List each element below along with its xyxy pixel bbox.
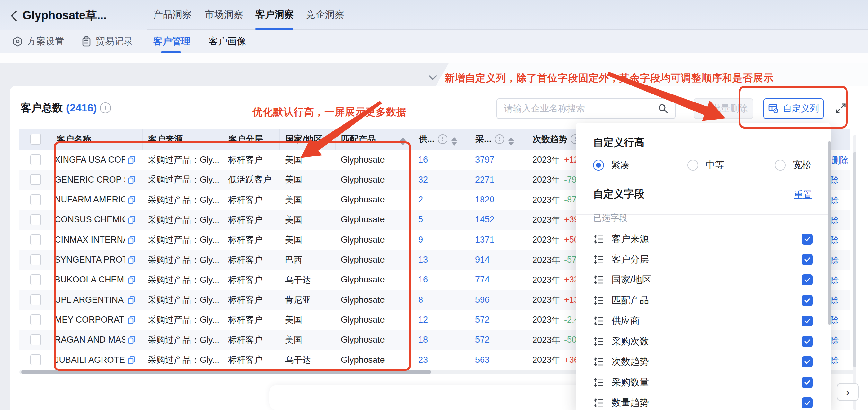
field-item-3[interactable]: 国家/地区: [593, 272, 815, 287]
purchase-count-link[interactable]: 1371: [470, 230, 527, 250]
field-item-5[interactable]: 供应商: [593, 314, 815, 328]
purchase-count-link[interactable]: 914: [470, 250, 527, 270]
horizontal-scrollbar-thumb[interactable]: [21, 370, 431, 374]
radio-icon[interactable]: [687, 160, 699, 171]
field-item-1[interactable]: 客户来源: [593, 232, 815, 246]
purchase-count-link[interactable]: 1452: [470, 210, 527, 230]
suppliers-count-link[interactable]: 16: [413, 270, 470, 290]
field-checkbox[interactable]: [802, 254, 813, 265]
column-header-purchases[interactable]: 采...!: [470, 128, 527, 150]
purchase-count-link[interactable]: 572: [470, 310, 527, 330]
row-checkbox[interactable]: [30, 274, 41, 285]
drag-handle-icon[interactable]: [593, 274, 604, 285]
customer-name[interactable]: BUKOOLA CHEMICA: [55, 275, 125, 285]
drag-handle-icon[interactable]: [593, 316, 604, 326]
field-item-8[interactable]: 采购数量: [593, 375, 815, 390]
batch-delete-button[interactable]: 批量删除: [693, 98, 753, 119]
info-icon[interactable]: !: [495, 134, 504, 144]
suppliers-count-link[interactable]: 16: [413, 150, 470, 170]
radio-icon[interactable]: [593, 160, 604, 171]
field-checkbox[interactable]: [802, 295, 813, 306]
sort-carets-icon[interactable]: [400, 137, 406, 146]
suppliers-count-link[interactable]: 13: [413, 250, 470, 270]
purchase-count-link[interactable]: 572: [470, 330, 527, 350]
field-item-9[interactable]: 数量趋势: [593, 396, 815, 410]
next-page-button[interactable]: ›: [837, 383, 859, 401]
row-checkbox[interactable]: [30, 255, 41, 265]
purchase-count-link[interactable]: 774: [470, 270, 527, 290]
sort-carets-icon[interactable]: [508, 137, 514, 146]
purchase-count-link[interactable]: 3797: [470, 150, 527, 170]
field-checkbox[interactable]: [802, 398, 813, 408]
drag-handle-icon[interactable]: [593, 295, 604, 306]
field-item-7[interactable]: 次数趋势: [593, 354, 815, 369]
column-header-tier[interactable]: 客户分层: [223, 128, 279, 150]
customer-name[interactable]: MEY CORPORATION: [55, 315, 125, 325]
sort-carets-icon[interactable]: [451, 137, 457, 146]
row-checkbox[interactable]: [30, 294, 41, 305]
field-item-2[interactable]: 客户分层: [593, 252, 815, 267]
radio-icon[interactable]: [775, 160, 786, 171]
nav-tab-3[interactable]: 客户洞察: [255, 0, 295, 29]
copy-icon[interactable]: [127, 175, 136, 184]
copy-icon[interactable]: [127, 275, 136, 284]
copy-icon[interactable]: [127, 236, 136, 244]
field-checkbox[interactable]: [802, 336, 813, 347]
purchase-count-link[interactable]: 596: [470, 290, 527, 310]
customer-name[interactable]: UPL ARGENTINA S.: [55, 295, 125, 305]
field-checkbox[interactable]: [802, 356, 813, 367]
suppliers-count-link[interactable]: 5: [413, 210, 470, 230]
row-checkbox[interactable]: [30, 354, 41, 365]
copy-icon[interactable]: [127, 316, 136, 324]
delete-row-link[interactable]: 删除: [831, 154, 849, 166]
drag-handle-icon[interactable]: [593, 336, 604, 347]
search-icon[interactable]: [658, 103, 669, 114]
copy-icon[interactable]: [127, 256, 136, 264]
row-checkbox[interactable]: [30, 214, 41, 225]
sub-tab-2[interactable]: 客户画像: [209, 31, 246, 52]
copy-icon[interactable]: [127, 356, 136, 364]
info-icon[interactable]: !: [100, 102, 111, 113]
info-icon[interactable]: !: [438, 134, 447, 144]
column-header-suppliers[interactable]: 供...!: [413, 128, 470, 150]
page-scrollbar-thumb[interactable]: [853, 152, 856, 367]
nav-tab-2[interactable]: 市场洞察: [205, 0, 245, 29]
copy-icon[interactable]: [127, 296, 136, 304]
column-header-product[interactable]: 匹配产品: [335, 128, 413, 150]
row-height-option-2[interactable]: 中等: [687, 159, 724, 172]
panel-scrollbar-thumb[interactable]: [828, 141, 831, 325]
custom-columns-button[interactable]: 自定义列: [763, 98, 824, 119]
suppliers-count-link[interactable]: 12: [413, 310, 470, 330]
column-header-source[interactable]: 客户来源: [142, 128, 223, 150]
customer-name[interactable]: RAGAN AND MASSE: [55, 335, 125, 345]
row-checkbox[interactable]: [30, 314, 41, 325]
copy-icon[interactable]: [127, 215, 136, 224]
drag-handle-icon[interactable]: [593, 377, 604, 388]
suppliers-count-link[interactable]: 2: [413, 190, 470, 210]
customer-name[interactable]: XINGFA USA CORPO: [55, 155, 125, 165]
breadcrumb[interactable]: Glyphosate草...: [10, 8, 107, 24]
suppliers-count-link[interactable]: 18: [413, 330, 470, 350]
search-input[interactable]: [503, 103, 646, 114]
purchase-count-link[interactable]: 1820: [470, 190, 527, 210]
suppliers-count-link[interactable]: 23: [413, 350, 470, 370]
field-checkbox[interactable]: [802, 316, 813, 326]
column-header-country[interactable]: 国家/地区: [279, 128, 335, 150]
sub-tab-1[interactable]: 客户管理: [153, 31, 190, 52]
reset-link[interactable]: 重置: [794, 188, 812, 202]
drag-handle-icon[interactable]: [593, 398, 604, 408]
drag-handle-icon[interactable]: [593, 254, 604, 265]
customer-name[interactable]: NUFARM AMERICAS,: [55, 195, 125, 205]
row-height-option-1[interactable]: 紧凑: [593, 159, 630, 172]
field-checkbox[interactable]: [802, 234, 813, 244]
drag-handle-icon[interactable]: [593, 356, 604, 367]
customer-name[interactable]: SYNGENTA PROTEC: [55, 255, 125, 265]
row-checkbox[interactable]: [30, 174, 41, 185]
row-checkbox[interactable]: [30, 334, 41, 345]
suppliers-count-link[interactable]: 32: [413, 170, 470, 189]
fullscreen-icon[interactable]: [834, 101, 847, 115]
nav-tab-1[interactable]: 产品洞察: [153, 0, 193, 29]
drag-handle-icon[interactable]: [593, 234, 604, 244]
suppliers-count-link[interactable]: 9: [413, 230, 470, 250]
suppliers-count-link[interactable]: 8: [413, 290, 470, 310]
